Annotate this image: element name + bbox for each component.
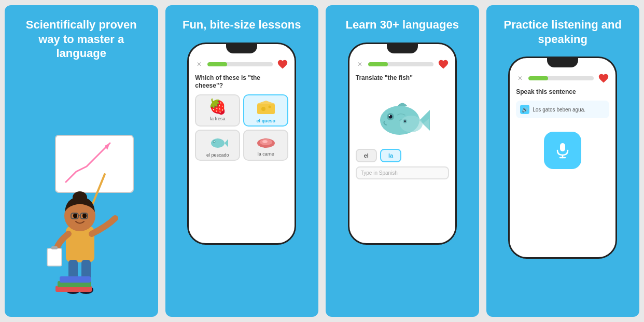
small-fish-svg — [207, 135, 228, 150]
type-input[interactable]: Type in Spanish — [356, 166, 449, 179]
phone-screen-speaking: ✕ Speak this sentence 🔊 Los gatos beben … — [510, 58, 615, 257]
meat-svg — [256, 135, 276, 149]
phone-notch — [226, 44, 257, 53]
quiz-options: 🍓 la fresa el queso — [195, 94, 288, 161]
close-icon: ✕ — [195, 60, 203, 68]
phone-notch-3 — [547, 58, 578, 67]
svg-point-30 — [262, 140, 268, 143]
progress-bar-3 — [528, 76, 594, 80]
panel-speaking: Practice listening and speaking ✕ Speak … — [486, 5, 640, 317]
speaker-icon[interactable]: 🔊 — [520, 105, 529, 114]
mic-button-container — [516, 132, 609, 169]
status-row-2: ✕ — [356, 57, 449, 70]
progress-fill-2 — [368, 62, 388, 66]
phone-screen-quiz: ✕ Which of these is "the cheese"? 🍓 la — [189, 44, 295, 243]
close-icon-2: ✕ — [356, 60, 364, 68]
phone-speaking: ✕ Speak this sentence 🔊 Los gatos beben … — [508, 57, 617, 259]
microphone-icon — [553, 141, 572, 160]
svg-point-13 — [82, 213, 87, 218]
svg-rect-0 — [55, 135, 133, 192]
panel2-title: Fun, bite-size lessons — [183, 18, 301, 32]
sentence-text: Los gatos beben agua. — [533, 107, 585, 113]
phone-translate: ✕ Translate "the fish" — [348, 43, 457, 245]
illustration-area — [15, 69, 148, 307]
svg-rect-19 — [60, 276, 91, 283]
svg-marker-22 — [257, 101, 275, 104]
svg-point-27 — [214, 141, 215, 142]
cheese-svg — [256, 100, 276, 116]
status-row: ✕ — [195, 57, 288, 70]
progress-fill-3 — [528, 76, 548, 80]
svg-point-11 — [73, 191, 87, 204]
heart-icon — [277, 59, 288, 70]
svg-point-39 — [404, 120, 406, 122]
speak-instruction: Speak this sentence — [516, 88, 609, 95]
panel1-title: Scientifically proven way to master a la… — [15, 18, 148, 61]
svg-point-35 — [389, 115, 390, 116]
phone-notch-2 — [387, 44, 418, 53]
chip-la[interactable]: la — [380, 149, 401, 162]
svg-point-24 — [211, 138, 225, 148]
svg-rect-40 — [560, 143, 565, 151]
phone-screen-translate: ✕ Translate "the fish" — [349, 44, 455, 243]
svg-point-12 — [73, 213, 77, 218]
status-row-3: ✕ — [516, 71, 609, 84]
svg-point-36 — [400, 116, 423, 132]
teacher-illustration — [24, 130, 138, 306]
svg-rect-20 — [257, 104, 275, 114]
svg-point-23 — [268, 105, 271, 108]
heart-icon-3 — [598, 73, 609, 84]
close-icon-3: ✕ — [516, 74, 524, 82]
meat-label: la carne — [258, 151, 274, 157]
panel-translate: Learn 30+ languages ✕ Translate "the fis… — [326, 5, 479, 317]
phone-quiz: ✕ Which of these is "the cheese"? 🍓 la — [187, 43, 296, 245]
svg-rect-9 — [51, 246, 58, 249]
translate-question: Translate "the fish" — [356, 74, 449, 81]
heart-icon-2 — [438, 59, 449, 70]
fish-illustration — [369, 92, 436, 144]
quiz-option-meat[interactable]: la carne — [243, 130, 288, 161]
sentence-box: 🔊 Los gatos beben agua. — [516, 101, 609, 118]
cheese-label: el queso — [256, 118, 275, 123]
word-chips: el la — [356, 149, 449, 162]
quiz-option-strawberry[interactable]: 🍓 la fresa — [195, 94, 240, 127]
svg-rect-8 — [47, 248, 62, 266]
mic-button[interactable] — [544, 132, 581, 169]
panel4-title: Practice listening and speaking — [497, 18, 629, 46]
panel-quiz: Fun, bite-size lessons ✕ Which of these … — [165, 5, 319, 317]
quiz-question: Which of these is "the cheese"? — [195, 74, 288, 90]
fish-label: el pescado — [206, 152, 229, 158]
chip-el[interactable]: el — [356, 149, 377, 162]
strawberry-emoji: 🍓 — [208, 100, 227, 114]
progress-bar-2 — [368, 62, 433, 66]
progress-bar — [207, 62, 273, 66]
panel3-title: Learn 30+ languages — [346, 18, 459, 32]
progress-fill — [207, 62, 227, 66]
strawberry-label: la fresa — [210, 116, 226, 121]
quiz-option-fish[interactable]: el pescado — [195, 130, 240, 161]
quiz-option-cheese[interactable]: el queso — [243, 94, 288, 127]
panel-illustration: Scientifically proven way to master a la… — [5, 5, 158, 317]
svg-point-21 — [261, 107, 265, 111]
svg-marker-25 — [225, 139, 228, 147]
fish-container — [356, 92, 449, 144]
